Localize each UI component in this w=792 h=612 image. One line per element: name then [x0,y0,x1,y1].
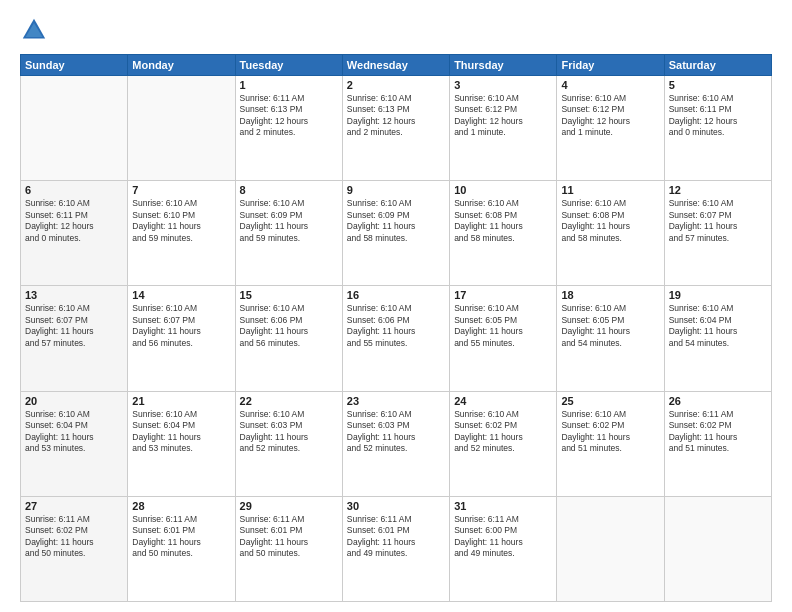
day-number: 26 [669,395,767,407]
calendar-cell: 11Sunrise: 6:10 AM Sunset: 6:08 PM Dayli… [557,181,664,286]
calendar-cell: 31Sunrise: 6:11 AM Sunset: 6:00 PM Dayli… [450,496,557,601]
day-info: Sunrise: 6:10 AM Sunset: 6:12 PM Dayligh… [561,93,659,139]
calendar-cell: 18Sunrise: 6:10 AM Sunset: 6:05 PM Dayli… [557,286,664,391]
calendar-cell: 27Sunrise: 6:11 AM Sunset: 6:02 PM Dayli… [21,496,128,601]
day-number: 14 [132,289,230,301]
day-number: 27 [25,500,123,512]
calendar-cell: 28Sunrise: 6:11 AM Sunset: 6:01 PM Dayli… [128,496,235,601]
day-info: Sunrise: 6:10 AM Sunset: 6:03 PM Dayligh… [240,409,338,455]
day-info: Sunrise: 6:10 AM Sunset: 6:12 PM Dayligh… [454,93,552,139]
logo [20,16,52,44]
calendar-cell [664,496,771,601]
day-number: 9 [347,184,445,196]
day-number: 18 [561,289,659,301]
calendar-cell: 29Sunrise: 6:11 AM Sunset: 6:01 PM Dayli… [235,496,342,601]
day-info: Sunrise: 6:11 AM Sunset: 6:01 PM Dayligh… [240,514,338,560]
day-number: 15 [240,289,338,301]
day-number: 1 [240,79,338,91]
calendar-cell: 12Sunrise: 6:10 AM Sunset: 6:07 PM Dayli… [664,181,771,286]
logo-icon [20,16,48,44]
day-info: Sunrise: 6:10 AM Sunset: 6:10 PM Dayligh… [132,198,230,244]
calendar-header-saturday: Saturday [664,55,771,76]
calendar-cell: 17Sunrise: 6:10 AM Sunset: 6:05 PM Dayli… [450,286,557,391]
day-info: Sunrise: 6:10 AM Sunset: 6:09 PM Dayligh… [347,198,445,244]
calendar-cell: 16Sunrise: 6:10 AM Sunset: 6:06 PM Dayli… [342,286,449,391]
calendar-cell: 25Sunrise: 6:10 AM Sunset: 6:02 PM Dayli… [557,391,664,496]
day-number: 2 [347,79,445,91]
calendar-header-friday: Friday [557,55,664,76]
day-number: 21 [132,395,230,407]
day-number: 8 [240,184,338,196]
day-info: Sunrise: 6:10 AM Sunset: 6:03 PM Dayligh… [347,409,445,455]
calendar-cell [557,496,664,601]
day-info: Sunrise: 6:10 AM Sunset: 6:08 PM Dayligh… [561,198,659,244]
day-number: 24 [454,395,552,407]
calendar-cell: 21Sunrise: 6:10 AM Sunset: 6:04 PM Dayli… [128,391,235,496]
day-info: Sunrise: 6:10 AM Sunset: 6:05 PM Dayligh… [454,303,552,349]
calendar-cell: 10Sunrise: 6:10 AM Sunset: 6:08 PM Dayli… [450,181,557,286]
day-number: 13 [25,289,123,301]
calendar-header-sunday: Sunday [21,55,128,76]
day-number: 6 [25,184,123,196]
day-number: 17 [454,289,552,301]
day-number: 23 [347,395,445,407]
day-info: Sunrise: 6:10 AM Sunset: 6:11 PM Dayligh… [25,198,123,244]
day-info: Sunrise: 6:10 AM Sunset: 6:06 PM Dayligh… [240,303,338,349]
day-info: Sunrise: 6:10 AM Sunset: 6:13 PM Dayligh… [347,93,445,139]
calendar-cell: 5Sunrise: 6:10 AM Sunset: 6:11 PM Daylig… [664,76,771,181]
calendar-cell [128,76,235,181]
calendar-cell: 7Sunrise: 6:10 AM Sunset: 6:10 PM Daylig… [128,181,235,286]
calendar-cell [21,76,128,181]
day-info: Sunrise: 6:10 AM Sunset: 6:04 PM Dayligh… [132,409,230,455]
day-number: 7 [132,184,230,196]
day-number: 29 [240,500,338,512]
day-number: 28 [132,500,230,512]
day-info: Sunrise: 6:11 AM Sunset: 6:02 PM Dayligh… [669,409,767,455]
day-number: 5 [669,79,767,91]
day-info: Sunrise: 6:10 AM Sunset: 6:05 PM Dayligh… [561,303,659,349]
day-info: Sunrise: 6:10 AM Sunset: 6:11 PM Dayligh… [669,93,767,139]
calendar-header-thursday: Thursday [450,55,557,76]
day-info: Sunrise: 6:11 AM Sunset: 6:13 PM Dayligh… [240,93,338,139]
calendar-header-tuesday: Tuesday [235,55,342,76]
day-number: 19 [669,289,767,301]
calendar-cell: 9Sunrise: 6:10 AM Sunset: 6:09 PM Daylig… [342,181,449,286]
calendar-cell: 4Sunrise: 6:10 AM Sunset: 6:12 PM Daylig… [557,76,664,181]
calendar-cell: 30Sunrise: 6:11 AM Sunset: 6:01 PM Dayli… [342,496,449,601]
day-number: 4 [561,79,659,91]
day-number: 22 [240,395,338,407]
header [20,16,772,44]
calendar-cell: 20Sunrise: 6:10 AM Sunset: 6:04 PM Dayli… [21,391,128,496]
day-info: Sunrise: 6:10 AM Sunset: 6:06 PM Dayligh… [347,303,445,349]
calendar-cell: 13Sunrise: 6:10 AM Sunset: 6:07 PM Dayli… [21,286,128,391]
day-info: Sunrise: 6:11 AM Sunset: 6:02 PM Dayligh… [25,514,123,560]
calendar-table: SundayMondayTuesdayWednesdayThursdayFrid… [20,54,772,602]
day-info: Sunrise: 6:10 AM Sunset: 6:04 PM Dayligh… [25,409,123,455]
day-info: Sunrise: 6:10 AM Sunset: 6:08 PM Dayligh… [454,198,552,244]
calendar-header-monday: Monday [128,55,235,76]
calendar-cell: 14Sunrise: 6:10 AM Sunset: 6:07 PM Dayli… [128,286,235,391]
day-number: 3 [454,79,552,91]
day-info: Sunrise: 6:10 AM Sunset: 6:09 PM Dayligh… [240,198,338,244]
day-number: 11 [561,184,659,196]
day-info: Sunrise: 6:11 AM Sunset: 6:00 PM Dayligh… [454,514,552,560]
calendar-cell: 23Sunrise: 6:10 AM Sunset: 6:03 PM Dayli… [342,391,449,496]
day-info: Sunrise: 6:10 AM Sunset: 6:07 PM Dayligh… [25,303,123,349]
calendar-cell: 15Sunrise: 6:10 AM Sunset: 6:06 PM Dayli… [235,286,342,391]
day-number: 20 [25,395,123,407]
calendar-cell: 22Sunrise: 6:10 AM Sunset: 6:03 PM Dayli… [235,391,342,496]
calendar-cell: 26Sunrise: 6:11 AM Sunset: 6:02 PM Dayli… [664,391,771,496]
calendar-cell: 19Sunrise: 6:10 AM Sunset: 6:04 PM Dayli… [664,286,771,391]
day-number: 16 [347,289,445,301]
day-number: 31 [454,500,552,512]
day-number: 10 [454,184,552,196]
day-info: Sunrise: 6:10 AM Sunset: 6:02 PM Dayligh… [454,409,552,455]
calendar-cell: 8Sunrise: 6:10 AM Sunset: 6:09 PM Daylig… [235,181,342,286]
day-number: 25 [561,395,659,407]
day-info: Sunrise: 6:10 AM Sunset: 6:02 PM Dayligh… [561,409,659,455]
calendar-cell: 1Sunrise: 6:11 AM Sunset: 6:13 PM Daylig… [235,76,342,181]
calendar-cell: 6Sunrise: 6:10 AM Sunset: 6:11 PM Daylig… [21,181,128,286]
day-number: 30 [347,500,445,512]
calendar-cell: 24Sunrise: 6:10 AM Sunset: 6:02 PM Dayli… [450,391,557,496]
calendar-cell: 2Sunrise: 6:10 AM Sunset: 6:13 PM Daylig… [342,76,449,181]
